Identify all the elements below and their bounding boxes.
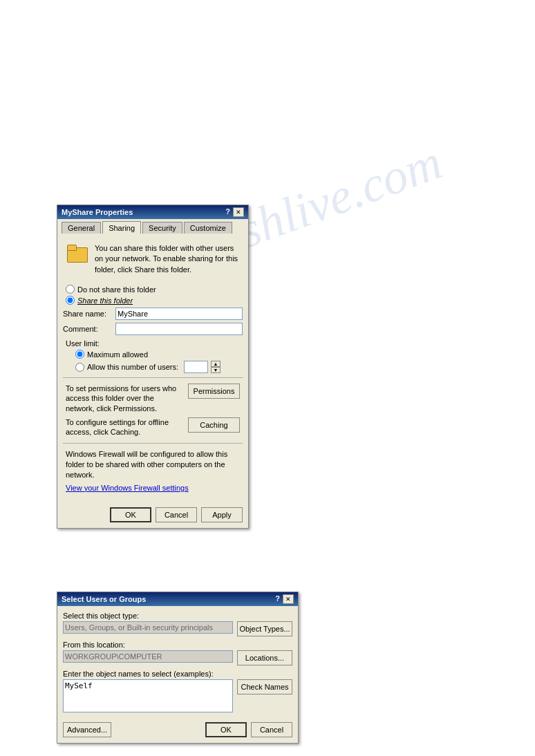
spinner-arrows: ▲ ▼ — [211, 361, 220, 373]
dialog1-title: MyShare Properties — [62, 208, 133, 216]
object-names-label-text: Enter the object names to select (exampl… — [63, 670, 214, 678]
myshare-properties-dialog: MyShare Properties ? ✕ General Sharing S… — [57, 205, 249, 529]
radio-max-allowed[interactable]: Maximum allowed — [75, 350, 240, 359]
radio-share-input[interactable] — [66, 296, 75, 305]
dialog1-content: You can share this folder with other use… — [57, 234, 248, 503]
users-count-input[interactable] — [184, 361, 208, 373]
user-limit-label: User limit: — [66, 339, 100, 348]
permissions-btn[interactable]: Permissions — [188, 384, 240, 399]
caching-text: To configure settings for offline access… — [66, 417, 182, 437]
comment-input[interactable] — [115, 323, 243, 335]
tab-security[interactable]: Security — [142, 222, 182, 234]
dialog2-titlebar: Select Users or Groups ? ✕ — [57, 592, 298, 606]
object-names-section: Enter the object names to select (exampl… — [57, 670, 298, 714]
info-text: You can share this folder with other use… — [95, 243, 238, 275]
firewall-link[interactable]: View your Windows Firewall settings — [66, 484, 189, 492]
comment-label: Comment: — [63, 325, 111, 333]
location-section: From this location: Locations... — [57, 641, 298, 665]
radio-no-share[interactable]: Do not share this folder — [66, 285, 240, 294]
share-name-label: Share name: — [63, 310, 111, 318]
location-row: Locations... — [63, 650, 292, 665]
radio-allow-users-input[interactable] — [75, 363, 84, 372]
dialog2-controls: ? ✕ — [274, 594, 294, 604]
dialog2-cancel-btn[interactable]: Cancel — [251, 722, 292, 737]
tab-general[interactable]: General — [62, 222, 101, 234]
comment-row: Comment: — [63, 323, 243, 335]
permissions-row: To set permissions for users who access … — [66, 384, 240, 413]
object-names-input-wrap — [63, 679, 233, 714]
caching-row: To configure settings for offline access… — [66, 417, 240, 437]
share-name-input[interactable] — [115, 308, 243, 320]
location-label: From this location: — [63, 641, 292, 649]
radio-no-share-label: Do not share this folder — [77, 285, 156, 294]
spinner-up[interactable]: ▲ — [211, 361, 220, 367]
object-types-btn[interactable]: Object Types... — [237, 621, 292, 636]
object-names-row: Check Names — [63, 679, 292, 714]
location-input — [63, 650, 233, 663]
divider2 — [63, 443, 243, 444]
select-users-dialog: Select Users or Groups ? ✕ Select this o… — [57, 592, 299, 744]
dialog1-tabs: General Sharing Security Customize — [57, 219, 248, 234]
location-input-wrap — [63, 650, 233, 663]
object-type-input — [63, 621, 233, 634]
tab-customize[interactable]: Customize — [184, 222, 232, 234]
user-limit-label-row: User limit: — [66, 339, 240, 348]
radio-no-share-input[interactable] — [66, 285, 75, 294]
info-box: You can share this folder with other use… — [63, 239, 243, 279]
permissions-section: To set permissions for users who access … — [63, 384, 243, 437]
radio-allow-users[interactable]: Allow this number of users: ▲ ▼ — [75, 361, 240, 373]
object-names-textarea[interactable] — [63, 679, 233, 712]
dialog1-titlebar: MyShare Properties ? ✕ — [57, 205, 248, 219]
radio-share[interactable]: Share this folder — [66, 296, 240, 305]
share-radio-group: Do not share this folder Share this fold… — [63, 285, 243, 305]
dialog2-buttons: Advanced... OK Cancel — [57, 718, 298, 743]
dialog2-close-btn[interactable]: ✕ — [283, 594, 294, 604]
advanced-btn[interactable]: Advanced... — [63, 722, 111, 737]
object-type-input-wrap — [63, 621, 233, 634]
cancel-btn[interactable]: Cancel — [156, 507, 197, 522]
radio-share-label: Share this folder — [77, 296, 133, 305]
object-names-label: Enter the object names to select (exampl… — [63, 670, 292, 678]
dialog1-controls: ? ✕ — [224, 207, 244, 217]
object-type-row: Object Types... — [63, 621, 292, 636]
object-type-label: Select this object type: — [63, 612, 292, 620]
ok-btn[interactable]: OK — [110, 507, 151, 522]
check-names-btn[interactable]: Check Names — [237, 679, 292, 694]
share-name-row: Share name: — [63, 308, 243, 320]
firewall-section: Windows Firewall will be configured to a… — [63, 449, 243, 492]
dialog2-ok-btn[interactable]: OK — [205, 722, 247, 737]
spinner-down[interactable]: ▼ — [211, 367, 220, 373]
dialog1-help-btn[interactable]: ? — [224, 207, 232, 217]
tab-sharing[interactable]: Sharing — [102, 221, 141, 234]
dialog1-buttons: OK Cancel Apply — [57, 503, 248, 528]
user-limit-section: User limit: Maximum allowed Allow this n… — [63, 339, 243, 373]
locations-btn[interactable]: Locations... — [237, 650, 292, 665]
divider1 — [63, 377, 243, 378]
object-type-section: Select this object type: Object Types... — [57, 612, 298, 636]
firewall-text: Windows Firewall will be configured to a… — [66, 449, 240, 481]
ok-cancel-wrap: OK Cancel — [205, 722, 292, 737]
folder-icon — [67, 243, 89, 263]
dialog1-close-btn[interactable]: ✕ — [233, 207, 244, 217]
dialog2-help-btn[interactable]: ? — [274, 594, 281, 604]
radio-max-allowed-input[interactable] — [75, 350, 84, 359]
dialog2-title: Select Users or Groups — [62, 595, 146, 603]
apply-btn[interactable]: Apply — [201, 507, 243, 522]
allow-users-label: Allow this number of users: — [87, 363, 178, 371]
max-allowed-label: Maximum allowed — [87, 350, 148, 359]
caching-btn[interactable]: Caching — [188, 417, 240, 433]
permissions-text: To set permissions for users who access … — [66, 384, 182, 413]
